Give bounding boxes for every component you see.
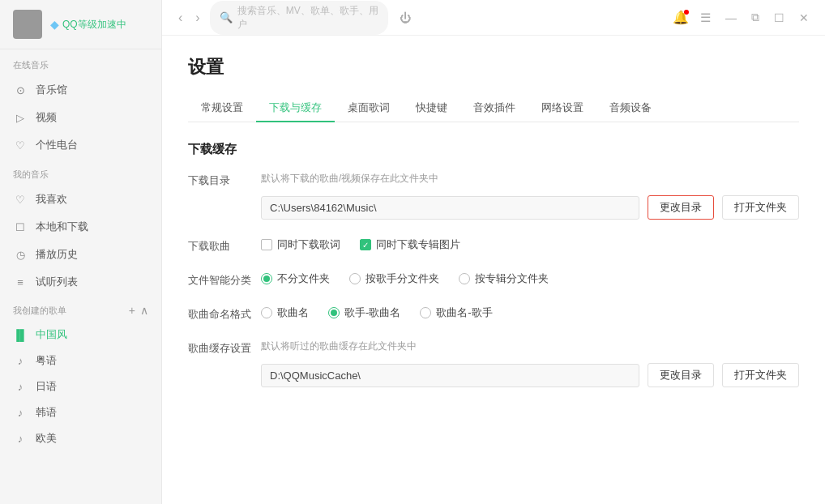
- user-profile: ◆ QQ等级加速中: [0, 0, 161, 49]
- power-icon[interactable]: ⏻: [400, 11, 411, 24]
- file-naming-label: 歌曲命名格式: [188, 305, 261, 322]
- download-cache-section-title: 下载缓存: [188, 142, 799, 157]
- tab-desktop-lyrics[interactable]: 桌面歌词: [335, 94, 403, 122]
- file-classify-row: 文件智能分类 不分文件夹 按歌手分文件夹 按专辑分文件夹: [188, 271, 799, 288]
- cache-dir-path-row: D:\QQMusicCache\ 更改目录 打开文件夹: [261, 363, 799, 387]
- download-lyrics-checkbox[interactable]: [261, 239, 272, 250]
- sidebar-item-label: 个性电台: [36, 138, 78, 152]
- avatar: [13, 10, 42, 39]
- sidebar-item-label: 本地和下载: [36, 220, 88, 234]
- tab-shortcuts[interactable]: 快捷键: [403, 94, 460, 122]
- by-album-label: 按专辑分文件夹: [475, 271, 549, 286]
- download-dir-row: 下载目录 默认将下载的歌曲/视频保存在此文件夹中 C:\Users\84162\…: [188, 172, 799, 220]
- sidebar-item-label: 音乐馆: [36, 83, 67, 97]
- close-button[interactable]: ✕: [796, 8, 812, 28]
- my-music-label: 我的音乐: [0, 159, 161, 186]
- sidebar-item-label: 视频: [36, 110, 57, 125]
- forward-button[interactable]: ›: [192, 7, 203, 28]
- song-name-label: 歌曲名: [277, 305, 309, 320]
- my-playlist-section-header: 我创建的歌单 + ∧: [0, 296, 161, 322]
- sidebar-item-history[interactable]: ◷ 播放历史: [0, 241, 161, 268]
- sidebar-item-label: 我喜欢: [36, 192, 67, 207]
- minimize-button[interactable]: —: [722, 8, 740, 28]
- download-dir-path: C:\Users\84162\Music\: [261, 196, 639, 220]
- download-song-label: 下载歌曲: [188, 237, 261, 254]
- diamond-icon: ◆: [50, 18, 59, 31]
- music-note-icon: ♪: [13, 431, 28, 446]
- tab-general[interactable]: 常规设置: [188, 94, 256, 122]
- open-cache-dir-button[interactable]: 打开文件夹: [722, 363, 799, 387]
- change-download-dir-button[interactable]: 更改目录: [648, 195, 714, 220]
- sidebar-item-personal-radio[interactable]: ♡ 个性电台: [0, 131, 161, 159]
- tab-download-cache[interactable]: 下载与缓存: [256, 94, 335, 122]
- back-button[interactable]: ‹: [175, 7, 186, 28]
- open-download-dir-button[interactable]: 打开文件夹: [722, 195, 799, 220]
- sidebar-item-music-hall[interactable]: ⊙ 音乐馆: [0, 76, 161, 104]
- cache-dir-row: 歌曲缓存设置 默认将听过的歌曲缓存在此文件夹中 D:\QQMusicCache\…: [188, 340, 799, 387]
- heart-outline-icon: ♡: [13, 192, 28, 207]
- titlebar: ‹ › 🔍 搜索音乐、MV、歌单、歌手、用户 ⏻ 🔔 ☰ — ⧉ ☐ ✕: [162, 0, 825, 36]
- playlist-item-label: 欧美: [36, 431, 57, 446]
- by-artist-radio[interactable]: [349, 273, 361, 284]
- sidebar-item-local-download[interactable]: ☐ 本地和下载: [0, 213, 161, 241]
- settings-tabs: 常规设置 下载与缓存 桌面歌词 快捷键 音效插件 网络设置 音频设备: [188, 94, 799, 122]
- search-bar[interactable]: 🔍 搜索音乐、MV、歌单、歌手、用户: [210, 1, 388, 35]
- by-album-option[interactable]: 按专辑分文件夹: [459, 271, 549, 286]
- song-artist-option[interactable]: 歌曲名-歌手: [420, 305, 492, 320]
- download-dir-path-row: C:\Users\84162\Music\ 更改目录 打开文件夹: [261, 195, 799, 220]
- download-album-art-option[interactable]: ✓ 同时下载专辑图片: [360, 237, 460, 252]
- sidebar-item-label: 试听列表: [36, 275, 78, 289]
- download-song-options: 同时下载歌词 ✓ 同时下载专辑图片: [261, 237, 799, 252]
- playlist-item-japanese[interactable]: ♪ 日语: [0, 374, 161, 399]
- maximize-button[interactable]: ☐: [771, 8, 788, 28]
- no-folder-label: 不分文件夹: [277, 271, 330, 286]
- cache-dir-content: 默认将听过的歌曲缓存在此文件夹中 D:\QQMusicCache\ 更改目录 打…: [261, 340, 799, 387]
- bell-notification-dot: [684, 10, 689, 15]
- file-classify-label: 文件智能分类: [188, 271, 261, 288]
- tab-network[interactable]: 网络设置: [528, 94, 596, 122]
- cache-dir-desc: 默认将听过的歌曲缓存在此文件夹中: [261, 340, 799, 353]
- artist-song-radio[interactable]: [328, 307, 340, 318]
- download-lyrics-option[interactable]: 同时下载歌词: [261, 237, 340, 252]
- bell-area: 🔔: [673, 10, 689, 25]
- sidebar-item-label: 播放历史: [36, 247, 78, 262]
- download-dir-label: 下载目录: [188, 172, 261, 188]
- main-panel: ‹ › 🔍 搜索音乐、MV、歌单、歌手、用户 ⏻ 🔔 ☰ — ⧉ ☐ ✕ 设置 …: [162, 0, 825, 504]
- titlebar-right: 🔔 ☰ — ⧉ ☐ ✕: [673, 7, 812, 28]
- music-note-icon: ♪: [13, 379, 28, 394]
- tab-audio-plugin[interactable]: 音效插件: [460, 94, 528, 122]
- playlist-item-korean[interactable]: ♪ 韩语: [0, 399, 161, 425]
- no-folder-option[interactable]: 不分文件夹: [261, 271, 330, 286]
- playlist-item-label: 韩语: [36, 405, 57, 420]
- by-artist-option[interactable]: 按歌手分文件夹: [349, 271, 439, 286]
- bar-chart-icon: ▐▌: [13, 327, 28, 342]
- download-album-art-checkbox[interactable]: ✓: [360, 239, 371, 250]
- song-name-option[interactable]: 歌曲名: [261, 305, 309, 320]
- sidebar-item-favorites[interactable]: ♡ 我喜欢: [0, 186, 161, 213]
- change-cache-dir-button[interactable]: 更改目录: [648, 363, 714, 387]
- playlist-item-western[interactable]: ♪ 欧美: [0, 425, 161, 451]
- history-icon: ◷: [13, 247, 28, 262]
- heart-icon: ♡: [13, 138, 28, 152]
- song-name-radio[interactable]: [261, 307, 272, 318]
- sidebar-item-video[interactable]: ▷ 视频: [0, 104, 161, 131]
- sidebar-item-trial-list[interactable]: ≡ 试听列表: [0, 268, 161, 296]
- playlist-item-chinese-style[interactable]: ▐▌ 中国风: [0, 322, 161, 348]
- settings-title: 设置: [188, 55, 799, 79]
- artist-song-option[interactable]: 歌手-歌曲名: [328, 305, 400, 320]
- collapse-icon[interactable]: ∧: [140, 304, 148, 317]
- add-playlist-icon[interactable]: +: [129, 304, 135, 317]
- playlist-item-label: 中国风: [36, 327, 67, 342]
- restore-button[interactable]: ⧉: [748, 7, 763, 28]
- file-naming-content: 歌曲名 歌手-歌曲名 歌曲名-歌手: [261, 305, 799, 320]
- no-folder-radio[interactable]: [261, 273, 272, 284]
- playlist-item-cantonese[interactable]: ♪ 粤语: [0, 348, 161, 374]
- download-lyrics-label: 同时下载歌词: [277, 237, 340, 252]
- my-playlist-label: 我创建的歌单: [13, 305, 66, 317]
- song-artist-radio[interactable]: [420, 307, 431, 318]
- search-placeholder: 搜索音乐、MV、歌单、歌手、用户: [237, 4, 378, 32]
- by-album-radio[interactable]: [459, 273, 470, 284]
- tab-audio-device[interactable]: 音频设备: [596, 94, 665, 122]
- hamburger-icon[interactable]: ☰: [697, 7, 714, 28]
- download-song-content: 同时下载歌词 ✓ 同时下载专辑图片: [261, 237, 799, 252]
